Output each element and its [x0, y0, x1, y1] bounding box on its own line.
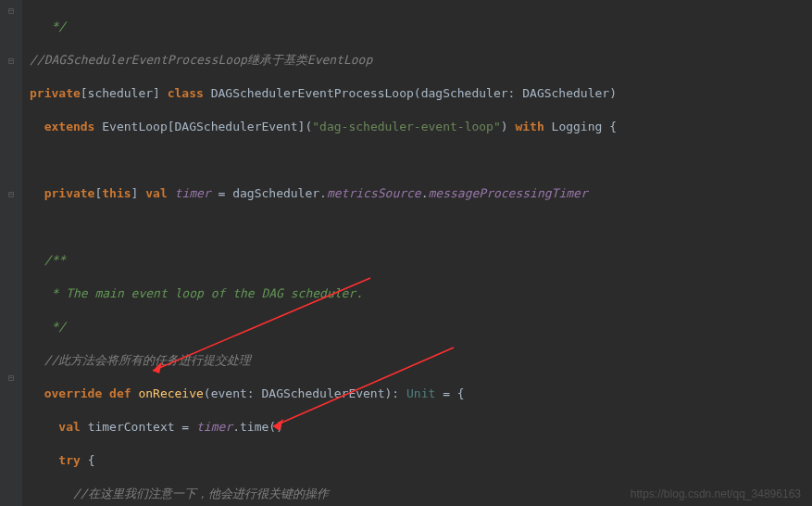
code-content[interactable]: */ //DAGSchedulerEventProcessLoop继承于基类Ev…	[22, 0, 812, 506]
code-comment: //DAGSchedulerEventProcessLoop继承于基类Event…	[30, 53, 372, 67]
gutter: ⊟ ⊟ ⊟ ⊟	[0, 0, 22, 506]
fold-icon[interactable]: ⊟	[0, 2, 22, 19]
watermark: https://blog.csdn.net/qq_34896163	[631, 487, 801, 500]
fold-icon[interactable]: ⊟	[0, 52, 22, 69]
code-editor[interactable]: ⊟ ⊟ ⊟ ⊟ */ //DAGSchedulerEventProcessLoo…	[0, 0, 812, 506]
fold-icon[interactable]: ⊟	[0, 185, 22, 202]
code-text: */	[30, 19, 66, 33]
fold-icon[interactable]: ⊟	[0, 369, 22, 386]
